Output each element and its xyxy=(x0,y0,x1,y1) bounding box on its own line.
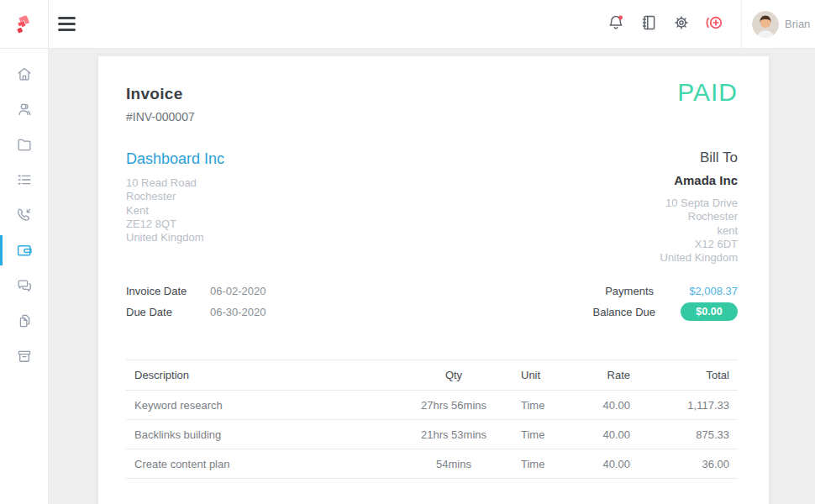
sidebar-nav xyxy=(0,49,49,504)
company-address: 10 Read Road Rochester Kent ZE12 8QT Uni… xyxy=(126,176,224,244)
cell-total: 1,117.33 xyxy=(639,391,738,420)
sidebar-item-contacts[interactable] xyxy=(0,92,48,127)
archive-icon xyxy=(15,347,34,365)
cell-unit: Time xyxy=(504,391,580,420)
cell-description: Create content plan xyxy=(126,449,403,479)
sidebar-item-tasks[interactable] xyxy=(0,162,48,197)
sidebar-item-invoices[interactable] xyxy=(0,233,48,268)
invoice-date-value: 06-02-2020 xyxy=(210,285,266,297)
totals-block: Payments $2,008.37 Balance Due $0.00 xyxy=(593,283,738,325)
address-line: ZE12 8QT xyxy=(126,218,224,231)
bell-icon xyxy=(606,13,626,36)
address-line: 10 Read Road xyxy=(126,176,224,190)
company-block: Dashboard Inc 10 Read Road Rochester Ken… xyxy=(126,149,224,265)
app-logo[interactable] xyxy=(0,0,49,49)
company-name[interactable]: Dashboard Inc xyxy=(126,149,224,169)
header-total: Total xyxy=(639,360,738,391)
payments-label: Payments xyxy=(605,285,654,297)
payments-value[interactable]: $2,008.37 xyxy=(679,285,738,297)
address-line: 10 Septa Drive xyxy=(660,197,739,210)
address-line: United Kingdom xyxy=(126,231,224,244)
home-icon xyxy=(15,65,34,83)
user-menu[interactable]: Brian xyxy=(741,0,815,49)
header-unit: Unit xyxy=(504,360,580,391)
sidebar-item-home[interactable] xyxy=(0,56,48,92)
sidebar-item-messages[interactable] xyxy=(0,268,48,303)
sidebar-item-documents[interactable] xyxy=(0,303,48,339)
bill-to-label: Bill To xyxy=(660,149,739,167)
cell-total: 875.33 xyxy=(639,420,738,449)
cell-rate: 40.00 xyxy=(580,449,639,479)
line-items-table: Description Qty Unit Rate Total Keyword … xyxy=(126,360,738,479)
status-badge: PAID xyxy=(677,78,738,107)
notifications-button[interactable] xyxy=(606,14,626,34)
documents-icon xyxy=(15,312,34,330)
contacts-icon xyxy=(15,100,34,118)
dates-block: Invoice Date 06-02-2020 Due Date 06-30-2… xyxy=(126,283,266,325)
cell-qty: 54mins xyxy=(403,449,504,479)
cell-rate: 40.00 xyxy=(580,420,639,449)
table-row: Keyword research 27hrs 56mins Time 40.00… xyxy=(126,391,738,420)
header-rate: Rate xyxy=(580,360,639,391)
journal-icon xyxy=(639,13,659,36)
table-row: Create content plan 54mins Time 40.00 36… xyxy=(126,449,738,479)
folder-icon xyxy=(15,135,34,154)
phone-incoming-icon xyxy=(15,206,34,224)
address-line: X12 6DT xyxy=(660,238,739,251)
settings-gear-icon xyxy=(671,13,691,36)
wallet-icon xyxy=(15,241,34,260)
sidebar-item-calls[interactable] xyxy=(0,197,48,233)
menu-toggle-button[interactable] xyxy=(58,13,76,35)
avaza-logo-icon xyxy=(11,9,38,39)
cell-total: 36.00 xyxy=(639,449,738,479)
bill-to-address: 10 Septa Drive Rochester kent X12 6DT Un… xyxy=(660,197,739,265)
sidebar-item-archive[interactable] xyxy=(0,339,48,374)
balance-due-label: Balance Due xyxy=(593,306,655,318)
table-header-row: Description Qty Unit Rate Total xyxy=(126,360,738,391)
cell-description: Keyword research xyxy=(126,391,403,420)
header-qty: Qty xyxy=(403,360,504,391)
address-line: kent xyxy=(660,224,739,238)
due-date-label: Due Date xyxy=(126,306,210,318)
cell-unit: Time xyxy=(504,449,580,479)
header-description: Description xyxy=(126,360,403,391)
sidebar-item-projects[interactable] xyxy=(0,127,48,162)
address-line: United Kingdom xyxy=(660,251,739,265)
cell-rate: 40.00 xyxy=(580,391,639,420)
invoice-card: Invoice #INV-000007 PAID Dashboard Inc 1… xyxy=(98,56,769,504)
invoice-date-label: Invoice Date xyxy=(126,285,210,297)
main-content: Invoice #INV-000007 PAID Dashboard Inc 1… xyxy=(49,49,815,504)
address-line: Kent xyxy=(126,204,224,218)
settings-button[interactable] xyxy=(671,14,691,34)
cell-qty: 27hrs 56mins xyxy=(403,391,504,420)
bill-to-block: Bill To Amada Inc 10 Septa Drive Rochest… xyxy=(660,149,739,265)
user-name: Brian xyxy=(785,18,810,30)
cell-unit: Time xyxy=(504,420,580,449)
balance-due-badge: $0.00 xyxy=(681,302,738,321)
due-date-value: 06-30-2020 xyxy=(210,306,266,318)
record-timer-button[interactable] xyxy=(704,14,724,34)
record-add-icon xyxy=(703,13,725,36)
invoice-title: Invoice xyxy=(126,85,738,103)
bill-to-name: Amada Inc xyxy=(660,172,739,189)
invoice-number: #INV-000007 xyxy=(126,110,738,123)
address-line: Rochester xyxy=(126,190,224,203)
chat-icon xyxy=(15,276,34,295)
table-row: Backlinks building 21hrs 53mins Time 40.… xyxy=(126,420,738,449)
list-icon xyxy=(15,171,34,189)
cell-qty: 21hrs 53mins xyxy=(403,420,504,449)
journal-button[interactable] xyxy=(639,14,659,34)
cell-description: Backlinks building xyxy=(126,420,403,449)
address-line: Rochester xyxy=(660,210,739,223)
user-avatar xyxy=(752,11,779,38)
top-bar: Brian xyxy=(0,0,815,49)
